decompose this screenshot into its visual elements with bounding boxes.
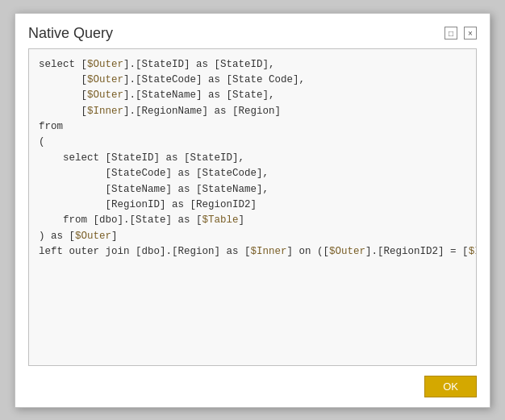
dialog-footer: OK [15, 366, 490, 407]
title-controls: □ × [444, 27, 477, 40]
title-bar: Native Query □ × [15, 14, 490, 48]
minimize-button[interactable]: □ [444, 27, 457, 40]
dialog-title: Native Query [28, 25, 113, 42]
native-query-dialog: Native Query □ × select [$Outer].[StateI… [15, 13, 490, 408]
ok-button[interactable]: OK [424, 376, 477, 397]
query-text: select [$Outer].[StateID] as [StateID], … [39, 57, 466, 260]
close-button[interactable]: × [464, 27, 477, 40]
query-container: select [$Outer].[StateID] as [StateID], … [28, 48, 477, 366]
